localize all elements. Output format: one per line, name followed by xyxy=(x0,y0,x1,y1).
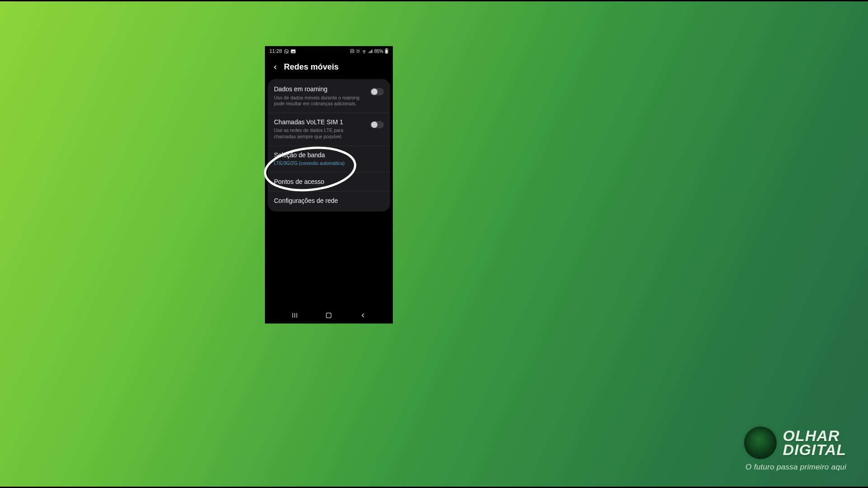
row-subtitle: LTE/3G/2G (conexão automática) xyxy=(274,160,384,167)
back-button[interactable] xyxy=(271,63,279,71)
home-button[interactable] xyxy=(324,310,334,320)
page-header: Redes móveis xyxy=(265,56,393,76)
row-volte[interactable]: Chamadas VoLTE SIM 1 Use as redes de dad… xyxy=(268,113,390,146)
svg-rect-4 xyxy=(386,50,388,53)
android-nav-bar xyxy=(265,307,393,324)
brand-tagline: O futuro passa primeiro aqui xyxy=(745,463,846,472)
wifi-icon xyxy=(362,49,367,54)
nav-back-button[interactable] xyxy=(358,310,368,320)
svg-rect-3 xyxy=(386,48,387,49)
page-title: Redes móveis xyxy=(284,62,339,72)
alarm-icon xyxy=(356,49,360,53)
row-text: Pontos de acesso xyxy=(274,178,384,186)
frame-bar-top xyxy=(0,0,868,1)
settings-panel: Dados em roaming Uso de dados móveis dur… xyxy=(268,79,390,211)
nfc-icon xyxy=(350,49,354,53)
row-band-selection[interactable]: Seleção de banda LTE/3G/2G (conexão auto… xyxy=(268,146,390,173)
image-icon xyxy=(291,49,296,54)
whatsapp-icon xyxy=(284,49,289,54)
brand-wordmark: OLHAR DIGITAL xyxy=(783,429,846,457)
row-title: Seleção de banda xyxy=(274,151,384,160)
status-right: 85% xyxy=(350,48,388,54)
row-network-config[interactable]: Configurações de rede xyxy=(268,192,390,211)
battery-icon xyxy=(385,48,388,54)
row-title: Dados em roaming xyxy=(274,85,366,94)
row-title: Chamadas VoLTE SIM 1 xyxy=(274,118,366,127)
brand-watermark: OLHAR DIGITAL O futuro passa primeiro aq… xyxy=(744,427,846,472)
status-left: 11:28 xyxy=(269,48,296,54)
row-apn[interactable]: Pontos de acesso xyxy=(268,173,390,192)
battery-text: 85% xyxy=(374,49,383,54)
brand-logo-icon xyxy=(744,427,777,459)
brand-line2: DIGITAL xyxy=(783,443,846,457)
toggle-volte[interactable] xyxy=(370,121,384,128)
row-text: Configurações de rede xyxy=(274,197,384,205)
row-title: Pontos de acesso xyxy=(274,178,384,186)
status-time: 11:28 xyxy=(269,48,282,54)
row-subtitle: Use as redes de dados LTE para chamadas … xyxy=(274,127,366,140)
status-bar: 11:28 85% xyxy=(265,46,393,56)
row-text: Chamadas VoLTE SIM 1 Use as redes de dad… xyxy=(274,118,366,140)
row-roaming[interactable]: Dados em roaming Uso de dados móveis dur… xyxy=(268,80,390,113)
row-subtitle: Uso de dados móveis durante o roaming po… xyxy=(274,95,366,107)
svg-rect-8 xyxy=(326,313,331,318)
recents-button[interactable] xyxy=(290,310,300,320)
toggle-roaming[interactable] xyxy=(370,88,384,95)
signal-icon xyxy=(368,49,373,54)
row-text: Seleção de banda LTE/3G/2G (conexão auto… xyxy=(274,151,384,167)
row-text: Dados em roaming Uso de dados móveis dur… xyxy=(274,85,366,107)
phone-frame: 11:28 85% xyxy=(265,46,393,324)
row-title: Configurações de rede xyxy=(274,197,384,205)
